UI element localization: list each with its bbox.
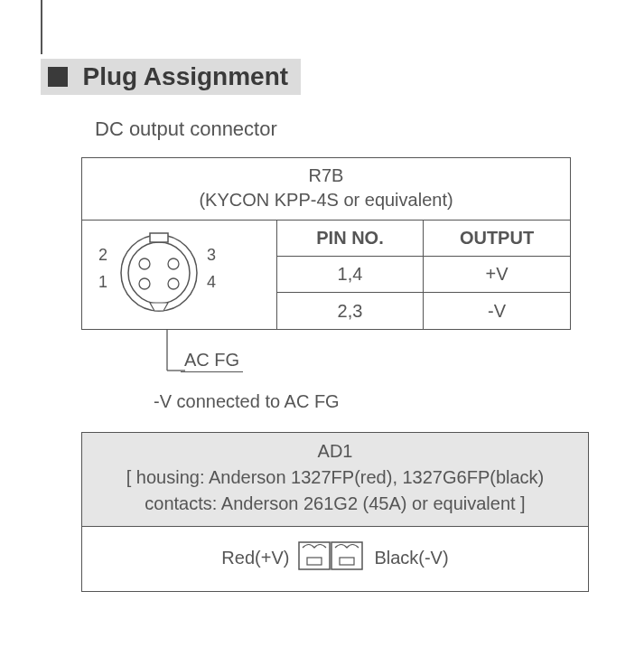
svg-point-4 bbox=[168, 258, 179, 269]
output-cell: -V bbox=[424, 293, 570, 329]
r7b-note: -V connected to AC FG bbox=[81, 391, 630, 412]
pin-cell: 1,4 bbox=[277, 257, 424, 293]
svg-point-3 bbox=[139, 258, 150, 269]
ad1-line2: contacts: Anderson 261G2 (45A) or equiva… bbox=[145, 493, 525, 513]
svg-rect-12 bbox=[340, 558, 354, 565]
bullet-square-icon bbox=[48, 67, 68, 87]
ad1-body: Red(+V) Black(-V) bbox=[82, 527, 588, 591]
section-title: Plug Assignment bbox=[82, 62, 288, 90]
section-subtitle: DC output connector bbox=[95, 117, 630, 141]
svg-point-0 bbox=[121, 235, 197, 311]
diagram-pin-3: 3 bbox=[207, 246, 216, 265]
pin-cell: 2,3 bbox=[277, 293, 424, 329]
r7b-header: R7B (KYCON KPP-4S or equivalent) bbox=[82, 158, 570, 221]
output-cell: +V bbox=[424, 257, 570, 293]
pin-table: PIN NO. OUTPUT 1,4 +V 2,3 -V bbox=[277, 221, 570, 329]
ad1-model: AD1 bbox=[318, 441, 353, 461]
diagram-pin-4: 4 bbox=[207, 273, 216, 292]
diagram-pin-2: 2 bbox=[98, 246, 107, 265]
r7b-model: R7B bbox=[309, 165, 344, 185]
ad1-black-label: Black(-V) bbox=[374, 548, 448, 568]
acfg-label: AC FG bbox=[181, 350, 243, 372]
anderson-connector-icon bbox=[298, 540, 365, 577]
svg-point-1 bbox=[128, 242, 190, 304]
section-header: Plug Assignment bbox=[41, 59, 301, 95]
ad1-line1: [ housing: Anderson 1327FP(red), 1327G6F… bbox=[126, 467, 544, 487]
svg-point-5 bbox=[139, 278, 150, 289]
r7b-part: (KYCON KPP-4S or equivalent) bbox=[199, 190, 453, 210]
svg-rect-11 bbox=[307, 558, 322, 565]
svg-point-6 bbox=[168, 278, 179, 289]
svg-rect-2 bbox=[150, 233, 168, 242]
connector-icon bbox=[114, 228, 204, 318]
ad1-header: AD1 [ housing: Anderson 1327FP(red), 132… bbox=[82, 433, 588, 527]
r7b-connector-diagram: 2 1 3 4 bbox=[82, 221, 277, 329]
ad1-table: AD1 [ housing: Anderson 1327FP(red), 132… bbox=[81, 432, 589, 592]
acfg-callout: AC FG bbox=[81, 330, 569, 384]
diagram-pin-1: 1 bbox=[98, 273, 107, 292]
col-header-pin: PIN NO. bbox=[277, 221, 424, 257]
r7b-table: R7B (KYCON KPP-4S or equivalent) 2 1 3 4 bbox=[81, 157, 571, 330]
ad1-red-label: Red(+V) bbox=[221, 548, 289, 568]
col-header-output: OUTPUT bbox=[424, 221, 570, 257]
